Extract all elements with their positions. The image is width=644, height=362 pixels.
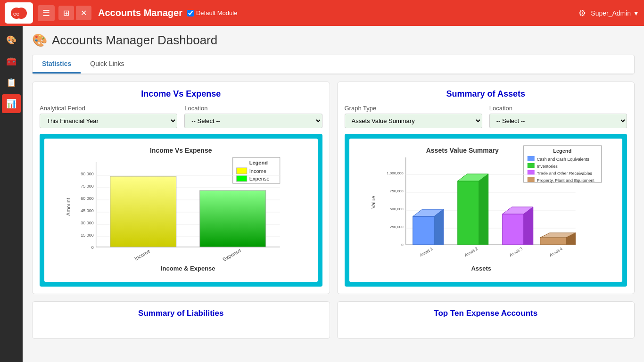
assets-card: Summary of Assets Graph Type Assets Valu…: [337, 82, 635, 294]
assets-title: Summary of Assets: [345, 89, 627, 99]
tab-statistics[interactable]: Statistics: [33, 55, 81, 74]
svg-text:45,000: 45,000: [81, 208, 94, 213]
assets-location-label: Location: [489, 105, 627, 112]
tabs-container: Statistics Quick Links: [32, 55, 635, 74]
svg-rect-63: [540, 238, 566, 245]
liabilities-card: Summary of Liabilities: [32, 301, 330, 339]
default-module-text: Default Module: [196, 9, 237, 16]
assets-location-group: Location -- Select --: [489, 105, 627, 128]
income-expense-controls: Analytical Period This Financial Year La…: [40, 105, 322, 128]
svg-text:750,000: 750,000: [389, 189, 403, 193]
hamburger-button[interactable]: ☰: [38, 5, 55, 21]
svg-text:90,000: 90,000: [81, 172, 94, 176]
sidebar-item-reports[interactable]: 📋: [2, 73, 21, 92]
analytical-period-group: Analytical Period This Financial Year La…: [40, 105, 177, 128]
navbar-title-text: Accounts Manager: [98, 8, 182, 18]
liabilities-title: Summary of Liabilities: [40, 309, 322, 318]
svg-text:Asset-3: Asset-3: [508, 246, 523, 257]
svg-text:Income: Income: [133, 248, 151, 261]
bottom-cards: Summary of Liabilities Top Ten Expense A…: [32, 301, 635, 339]
page-title-text: Accounts Manager Dashboard: [52, 33, 217, 48]
sidebar-item-theme[interactable]: 🎨: [2, 31, 21, 49]
page-title: 🎨 Accounts Manager Dashboard: [32, 33, 635, 48]
svg-rect-34: [527, 156, 534, 161]
svg-rect-60: [502, 214, 523, 245]
svg-text:Trade and Other Receivables: Trade and Other Receivables: [537, 171, 592, 176]
svg-text:Inventories: Inventories: [537, 164, 558, 169]
assets-controls: Graph Type Assets Value Summary Location…: [345, 105, 627, 128]
svg-rect-27: [200, 190, 266, 247]
page-title-icon: 🎨: [32, 33, 47, 48]
income-expense-chart-container: Income Vs Expense Legend Income Expense: [40, 134, 322, 287]
svg-text:Value: Value: [370, 196, 376, 208]
cards-grid: Income Vs Expense Analytical Period This…: [32, 82, 635, 294]
sidebar: 🎨 🧰 📋 📊: [0, 26, 23, 362]
svg-text:Assets Value Summary: Assets Value Summary: [426, 147, 498, 154]
svg-text:500,000: 500,000: [389, 207, 403, 211]
svg-text:Cash and Cash Equivalents: Cash and Cash Equivalents: [537, 157, 589, 162]
graph-type-label: Graph Type: [345, 105, 482, 112]
svg-text:75,000: 75,000: [81, 184, 94, 189]
svg-text:Asset-1: Asset-1: [419, 246, 433, 257]
svg-text:Assets: Assets: [471, 265, 491, 272]
svg-rect-40: [527, 177, 534, 182]
sidebar-item-statistics[interactable]: 📊: [2, 94, 21, 113]
svg-rect-57: [457, 181, 479, 245]
tabs-header: Statistics Quick Links: [33, 55, 634, 74]
svg-rect-8: [237, 175, 247, 181]
svg-text:Legend: Legend: [249, 160, 268, 165]
user-menu[interactable]: Super_Admin ▼: [591, 9, 639, 17]
svg-text:15,000: 15,000: [81, 233, 94, 238]
main-layout: 🎨 🧰 📋 📊 🎨 Accounts Manager Dashboard Sta…: [0, 26, 644, 362]
assets-svg: Assets Value Summary Legend Cash and Cas…: [354, 143, 618, 275]
income-location-select[interactable]: -- Select --: [184, 114, 322, 128]
tab-quick-links[interactable]: Quick Links: [81, 55, 133, 74]
income-location-label: Location: [184, 105, 322, 112]
svg-text:0: 0: [91, 245, 94, 250]
user-label: Super_Admin: [591, 9, 631, 17]
svg-text:Legend: Legend: [553, 148, 571, 154]
chevron-down-icon: ▼: [633, 9, 639, 17]
income-expense-card: Income Vs Expense Analytical Period This…: [32, 82, 330, 294]
logo: CC: [5, 2, 33, 24]
svg-rect-6: [237, 168, 247, 174]
income-expense-chart-inner: Income Vs Expense Legend Income Expense: [44, 139, 318, 282]
graph-type-select[interactable]: Assets Value Summary: [345, 114, 482, 128]
svg-rect-54: [413, 216, 434, 245]
svg-text:Expense: Expense: [249, 176, 270, 181]
default-module-checkbox[interactable]: [187, 10, 194, 16]
svg-text:Asset-4: Asset-4: [548, 246, 563, 257]
top-expense-title: Top Ten Expense Accounts: [345, 309, 627, 318]
income-expense-svg: Income Vs Expense Legend Income Expense: [49, 143, 313, 275]
default-module-label: Default Module: [187, 9, 237, 16]
svg-text:Income: Income: [249, 168, 266, 174]
svg-text:Expense: Expense: [222, 247, 242, 263]
income-expense-title: Income Vs Expense: [40, 89, 322, 99]
svg-rect-36: [527, 163, 534, 168]
income-location-group: Location -- Select --: [184, 105, 322, 128]
svg-text:60,000: 60,000: [81, 196, 94, 201]
grid-icon-button[interactable]: ⊞: [58, 6, 74, 20]
navbar-right: ⚙ Super_Admin ▼: [578, 8, 639, 18]
svg-marker-59: [479, 174, 488, 245]
svg-text:Income Vs Expense: Income Vs Expense: [150, 147, 212, 154]
svg-text:30,000: 30,000: [81, 221, 94, 225]
sidebar-item-tools[interactable]: 🧰: [2, 52, 21, 71]
svg-text:0: 0: [401, 243, 404, 247]
svg-text:Income & Expense: Income & Expense: [161, 265, 215, 272]
svg-text:250,000: 250,000: [389, 225, 403, 229]
content-area: 🎨 Accounts Manager Dashboard Statistics …: [23, 26, 644, 362]
analytical-period-label: Analytical Period: [40, 105, 177, 112]
svg-text:Amount: Amount: [66, 198, 71, 216]
analytical-period-select[interactable]: This Financial Year Last Financial Year …: [40, 114, 177, 128]
settings-icon[interactable]: ⚙: [578, 8, 586, 18]
assets-chart-container: Assets Value Summary Legend Cash and Cas…: [345, 134, 627, 287]
svg-text:1,000,000: 1,000,000: [387, 171, 404, 175]
assets-chart-inner: Assets Value Summary Legend Cash and Cas…: [349, 139, 623, 282]
assets-location-select[interactable]: -- Select --: [489, 114, 627, 128]
svg-text:Asset-2: Asset-2: [463, 246, 478, 257]
svg-rect-26: [110, 176, 176, 247]
svg-text:CC: CC: [13, 12, 19, 16]
close-icon-button[interactable]: ✕: [76, 6, 91, 20]
navbar: CC ☰ ⊞ ✕ Accounts Manager Default Module…: [0, 0, 644, 26]
